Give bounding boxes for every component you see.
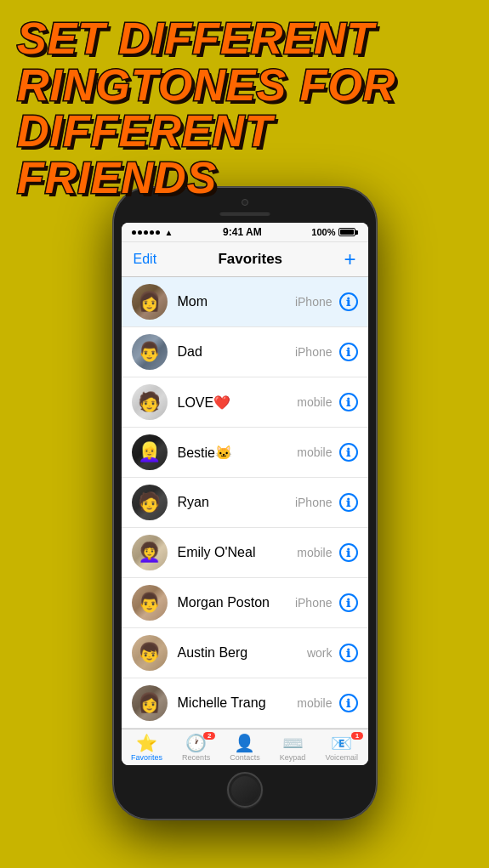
contact-avatar-michelle: 👩 [132,685,168,721]
edit-button[interactable]: Edit [134,252,157,267]
contact-row-morgan[interactable]: 👨 Morgan Poston iPhone ℹ [122,578,368,628]
tab-recents-label: Recents [182,753,210,762]
avatar-emoji-austin: 👦 [138,644,161,662]
tab-favorites[interactable]: ⭐ Favorites [131,735,162,762]
avatar-emoji-emily: 👩‍🦱 [138,543,161,562]
signal-dot-3 [144,230,148,235]
contacts-icon: 👤 [234,735,255,752]
contact-info-emily[interactable]: ℹ [339,543,358,562]
contact-row-love[interactable]: 🧑 LOVE❤️ mobile ℹ [122,377,368,428]
contact-info-dad[interactable]: ℹ [339,343,358,361]
hero-section: SET DIFFERENT RINGTONES FOR DIFFERENT FR… [17,15,472,201]
battery-percent: 100% [311,227,335,237]
contact-avatar-austin: 👦 [132,635,168,671]
contacts-list: 👩 Mom iPhone ℹ 👨 Dad iPhone [122,277,368,729]
avatar-emoji-ryan: 🧑 [138,493,161,512]
contact-name-love: LOVE❤️ [178,394,298,411]
tab-recents[interactable]: 🕐 2 Recents [182,735,210,762]
contact-type-mom: iPhone [295,295,333,309]
contact-type-emily: mobile [297,546,332,559]
wifi-icon: ▲ [165,228,173,237]
phone-bottom-area [122,772,368,808]
tab-bar: ⭐ Favorites 🕐 2 Recents 👤 Contacts ⌨️ Ke… [122,729,368,765]
contact-row-dad[interactable]: 👨 Dad iPhone ℹ [122,327,368,377]
contact-row-emily[interactable]: 👩‍🦱 Emily O'Neal mobile ℹ [122,528,368,578]
contact-type-dad: iPhone [295,345,333,359]
avatar-emoji-love: 🧑 [138,393,161,411]
contact-row-bestie[interactable]: 👱‍♀️ Bestie🐱 mobile ℹ [122,428,368,478]
contact-info-morgan[interactable]: ℹ [339,593,358,612]
nav-title: Favorites [218,251,282,268]
phone-body: ▲ 9:41 AM 100% Edit Favorites + [113,187,377,820]
contact-info-mom[interactable]: ℹ [339,292,358,311]
contact-name-emily: Emily O'Neal [178,545,298,560]
tab-contacts-label: Contacts [230,753,260,762]
contact-info-bestie[interactable]: ℹ [339,443,358,462]
signal-dots [132,230,160,235]
avatar-emoji-morgan: 👨 [138,593,161,612]
contact-avatar-morgan: 👨 [132,585,168,621]
avatar-emoji-bestie: 👱‍♀️ [138,443,161,462]
signal-dot-5 [156,230,160,235]
contact-avatar-bestie: 👱‍♀️ [132,434,168,470]
contact-type-michelle: mobile [297,696,332,710]
contact-type-bestie: mobile [297,445,332,459]
status-right: 100% [311,227,357,237]
contact-type-ryan: iPhone [295,496,333,509]
navigation-bar: Edit Favorites + [122,242,368,277]
phone-device: ▲ 9:41 AM 100% Edit Favorites + [113,187,377,820]
contact-avatar-love: 🧑 [132,384,168,420]
signal-dot-2 [138,230,142,235]
contact-type-morgan: iPhone [295,596,333,610]
speaker-grill [219,211,270,216]
contact-type-austin: work [307,646,333,660]
contact-name-mom: Mom [178,294,295,309]
status-bar: ▲ 9:41 AM 100% [122,223,368,242]
favorites-icon: ⭐ [136,735,157,752]
phone-screen: ▲ 9:41 AM 100% Edit Favorites + [122,223,368,765]
contact-info-michelle[interactable]: ℹ [339,694,358,712]
tab-keypad-label: Keypad [280,753,306,762]
tab-keypad[interactable]: ⌨️ Keypad [280,735,306,762]
avatar-emoji-dad: 👨 [138,343,161,361]
contact-info-austin[interactable]: ℹ [339,644,358,662]
tab-voicemail[interactable]: 📧 1 Voicemail [325,735,358,762]
contact-avatar-ryan: 🧑 [132,485,168,520]
status-time: 9:41 AM [223,226,262,238]
contact-name-morgan: Morgan Poston [178,595,295,610]
voicemail-icon: 📧 [331,735,352,752]
contact-row-austin[interactable]: 👦 Austin Berg work ℹ [122,628,368,678]
status-left: ▲ [132,228,173,237]
home-button[interactable] [227,772,263,808]
signal-dot-1 [132,230,136,235]
tab-favorites-label: Favorites [131,753,162,762]
contact-name-austin: Austin Berg [178,645,307,661]
voicemail-badge: 1 [351,732,363,740]
contact-name-michelle: Michelle Trang [178,695,298,711]
recents-badge: 2 [203,732,215,740]
contact-name-bestie: Bestie🐱 [178,445,298,461]
contact-avatar-dad: 👨 [132,334,168,370]
hero-title: SET DIFFERENT RINGTONES FOR DIFFERENT FR… [17,15,472,201]
battery-icon [338,228,358,236]
contact-avatar-emily: 👩‍🦱 [132,535,168,570]
contact-row-ryan[interactable]: 🧑 Ryan iPhone ℹ [122,478,368,528]
keypad-icon: ⌨️ [282,735,304,752]
tab-contacts[interactable]: 👤 Contacts [230,735,260,762]
tab-voicemail-label: Voicemail [325,753,358,762]
contact-row-mom[interactable]: 👩 Mom iPhone ℹ [122,277,368,327]
contact-row-michelle[interactable]: 👩 Michelle Trang mobile ℹ [122,678,368,729]
contact-name-dad: Dad [178,344,295,360]
add-button[interactable]: + [344,249,355,269]
contact-info-love[interactable]: ℹ [339,393,358,411]
contact-type-love: mobile [297,395,332,409]
contact-avatar-mom: 👩 [132,284,168,320]
avatar-emoji-michelle: 👩 [138,694,161,712]
signal-dot-4 [150,230,154,235]
contact-info-ryan[interactable]: ℹ [339,493,358,512]
avatar-emoji-mom: 👩 [138,292,161,311]
contact-name-ryan: Ryan [178,495,295,510]
